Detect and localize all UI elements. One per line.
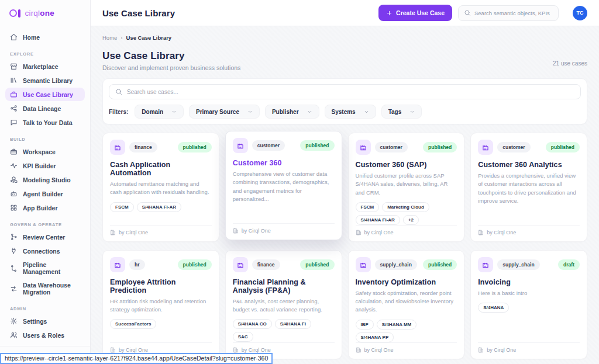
share-network-icon — [10, 105, 18, 112]
use-case-card[interactable]: customerpublishedCustomer 360 AnalyticsP… — [470, 133, 587, 242]
card-header: supply_chainpublished — [356, 257, 457, 272]
domain-tag: finance — [252, 259, 280, 270]
use-case-card[interactable]: financepublishedCash Application Automat… — [102, 133, 219, 242]
system-pill: S/4HANA PP — [356, 332, 394, 342]
filters-label: Filters: — [109, 109, 128, 115]
use-case-description: Unified customer profile across SAP S/4H… — [356, 172, 457, 197]
factory-icon — [356, 140, 371, 155]
sidebar-item-review-center[interactable]: Review Center — [5, 230, 85, 244]
create-use-case-label: Create Use Case — [396, 9, 445, 16]
breadcrumb-separator-icon: › — [121, 34, 122, 41]
use-case-description: Provides a comprehensive, unified view o… — [478, 172, 580, 205]
card-header: customerpublished — [478, 140, 580, 155]
system-pill: FSCM — [110, 202, 134, 212]
filter-primary-source[interactable]: Primary Source — [189, 105, 260, 119]
sidebar-item-semantic-library[interactable]: Semantic Library — [5, 74, 85, 87]
systems-list: FSCMS/4HANA FI-AR — [110, 202, 212, 212]
search-icon — [464, 9, 471, 16]
sidebar-item-settings[interactable]: Settings — [5, 314, 85, 328]
use-case-card[interactable]: supply_chaindraftInvoicingHere is a basi… — [470, 250, 587, 359]
sidebar-item-users-roles[interactable]: Users & Roles — [5, 328, 85, 342]
use-case-card[interactable]: supply_chainpublishedInventory Optimizat… — [348, 250, 465, 359]
filter-publisher[interactable]: Publisher — [265, 105, 319, 119]
store-icon — [10, 63, 18, 70]
logo-text: cirqlone — [25, 9, 54, 18]
sidebar-item-agent-builder[interactable]: Agent Builder — [5, 187, 85, 200]
use-case-title[interactable]: Employee Attrition Prediction — [110, 278, 212, 294]
chevron-down-icon — [364, 109, 369, 115]
domain-tag: customer — [252, 140, 285, 151]
breadcrumb: Home › Use Case Library — [102, 34, 587, 41]
filter-domain[interactable]: Domain — [135, 105, 184, 119]
filter-tags[interactable]: Tags — [381, 105, 422, 119]
sidebar-item-pipeline-management[interactable]: Pipeline Management — [5, 258, 85, 278]
filter-systems[interactable]: Systems — [325, 105, 376, 119]
sidebar-item-label: Data Warehouse Migration — [23, 282, 80, 296]
sidebar-item-marketplace[interactable]: Marketplace — [5, 60, 85, 73]
publisher-label: by Cirql One — [242, 228, 271, 234]
use-case-title[interactable]: Financial Planning & Analysis (FP&A) — [233, 278, 335, 294]
use-case-title[interactable]: Inventory Optimization — [356, 278, 457, 286]
use-case-description: P&L analysis, cost center planning, budg… — [233, 297, 335, 314]
use-case-card[interactable]: financepublishedFinancial Planning & Ana… — [225, 250, 342, 359]
sidebar-item-connections[interactable]: Connections — [5, 244, 85, 258]
home-icon — [10, 33, 18, 41]
publisher-label: by Cirql One — [242, 347, 271, 353]
publisher-label: by Cirql One — [119, 230, 148, 235]
chevron-down-icon — [409, 109, 415, 115]
building-icon — [110, 230, 116, 235]
system-pill: S/4HANA FI-AR — [137, 202, 181, 212]
page-title: Use Case Library — [102, 50, 240, 62]
sidebar-item-label: Data Lineage — [23, 105, 61, 112]
sidebar-item-home[interactable]: Home — [5, 30, 85, 44]
cubes-icon — [10, 176, 18, 183]
domain-tag: customer — [497, 142, 530, 152]
filter-label: Systems — [332, 109, 356, 115]
sidebar-item-use-case-library[interactable]: Use Case Library — [5, 88, 85, 101]
use-case-title[interactable]: Cash Application Automation — [110, 161, 212, 177]
sidebar-item-kpi-builder[interactable]: KPI Builder — [5, 159, 85, 172]
sidebar-item-talk-to-your-data[interactable]: Talk to Your Data — [5, 116, 85, 129]
sidebar-item-app-builder[interactable]: App Builder — [5, 201, 85, 214]
sidebar-item-modeling-studio[interactable]: Modeling Studio — [5, 173, 85, 186]
sidebar-item-data-lineage[interactable]: Data Lineage — [5, 102, 85, 115]
briefcase-icon — [10, 91, 18, 98]
app-logo[interactable]: cirqlone — [0, 0, 90, 25]
use-case-count: 21 use cases — [553, 60, 587, 71]
sidebar-item-data-warehouse-migration[interactable]: Data Warehouse Migration — [5, 279, 85, 299]
sidebar: cirqlone HomeEXPLOREMarketplaceSemantic … — [0, 0, 91, 364]
use-case-description: Safety stock optimization, reorder point… — [356, 289, 457, 314]
publisher-label: by Cirql One — [487, 230, 516, 235]
sidebar-section-title: BUILD — [10, 137, 80, 142]
use-case-title[interactable]: Customer 360 (SAP) — [356, 161, 457, 169]
use-case-card[interactable]: customerpublishedCustomer 360Comprehensi… — [225, 131, 342, 240]
domain-tag: customer — [375, 142, 408, 152]
card-header: customerpublished — [233, 138, 335, 153]
systems-list: S/4HANA — [478, 303, 580, 313]
pulse-icon — [10, 162, 18, 169]
create-use-case-button[interactable]: Create Use Case — [378, 5, 452, 21]
factory-icon — [356, 257, 371, 272]
use-case-title[interactable]: Customer 360 — [233, 159, 335, 167]
use-case-card[interactable]: hrpublishedEmployee Attrition Prediction… — [102, 250, 219, 359]
use-case-search-input[interactable] — [127, 89, 574, 95]
use-case-title[interactable]: Invoicing — [478, 278, 580, 286]
filter-label: Publisher — [272, 109, 299, 115]
use-case-card[interactable]: customerpublishedCustomer 360 (SAP)Unifi… — [348, 133, 465, 242]
use-case-title[interactable]: Customer 360 Analytics — [478, 161, 580, 169]
sidebar-item-label: App Builder — [23, 204, 58, 212]
notifications-bell-icon[interactable] — [564, 12, 567, 14]
publisher: by Cirql One — [356, 342, 457, 353]
building-icon — [478, 230, 484, 235]
breadcrumb-home[interactable]: Home — [102, 34, 117, 41]
building-icon — [110, 347, 116, 353]
user-avatar[interactable]: TC — [573, 6, 587, 20]
content-area: Home › Use Case Library Use Case Library… — [91, 26, 599, 364]
domain-tag: hr — [129, 259, 145, 270]
sidebar-section-title: EXPLORE — [10, 51, 80, 57]
global-search-input[interactable] — [474, 10, 553, 16]
filter-label: Tags — [388, 109, 402, 115]
sidebar-item-workspace[interactable]: Workspace — [5, 145, 85, 158]
system-pill: S/4HANA FI-AR — [356, 215, 400, 225]
sidebar-item-label: Semantic Library — [23, 77, 73, 84]
